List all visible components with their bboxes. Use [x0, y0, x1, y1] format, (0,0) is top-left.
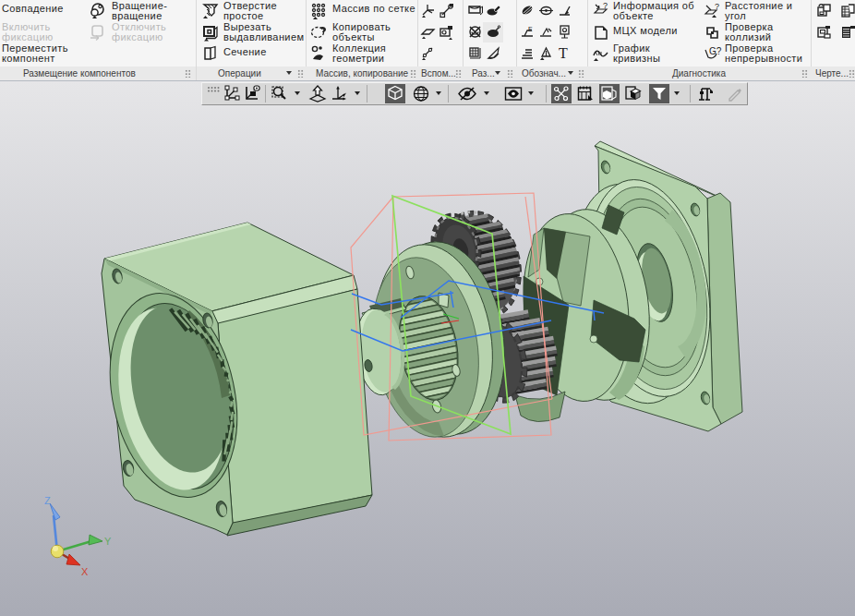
svg-text:X: X — [81, 566, 89, 577]
svg-text:Y: Y — [104, 536, 112, 547]
svg-text:G?: G? — [709, 46, 722, 56]
svg-text:?: ? — [603, 2, 608, 10]
svg-text:T: T — [559, 45, 568, 61]
svg-text:Z: Z — [44, 495, 51, 506]
svg-text:E: E — [528, 26, 533, 32]
svg-text:?: ? — [715, 2, 719, 11]
